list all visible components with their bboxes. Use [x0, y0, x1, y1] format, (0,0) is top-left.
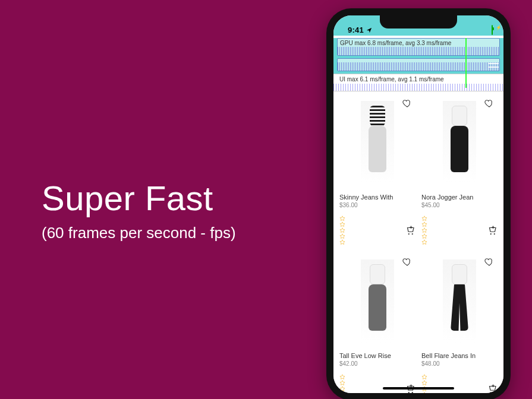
gpu-bars-icon — [338, 47, 499, 55]
status-time: 9:41 — [348, 26, 364, 34]
product-image[interactable] — [421, 254, 498, 349]
star-outline-icon — [339, 233, 345, 239]
heart-outline-icon — [484, 257, 494, 267]
product-price: $45.00 — [421, 202, 498, 208]
svg-point-5 — [412, 392, 413, 393]
ui-frame-stats: UI max 6.1 ms/frame, avg 1.1 ms/frame — [333, 74, 503, 91]
star-outline-icon — [421, 239, 427, 245]
favorite-button[interactable] — [401, 256, 413, 268]
star-outline-icon — [421, 227, 427, 233]
star-outline-icon — [421, 233, 427, 239]
product-card[interactable]: Bell Flare Jeans In$48.00 — [421, 254, 498, 393]
battery-charging-icon: ⚡ — [492, 26, 493, 34]
home-indicator[interactable] — [383, 387, 454, 390]
svg-point-7 — [494, 392, 495, 393]
star-outline-icon — [339, 386, 345, 392]
star-outline-icon — [339, 374, 345, 380]
star-outline-icon — [421, 221, 427, 227]
favorite-button[interactable] — [401, 97, 413, 109]
gpu-secondary-block — [337, 58, 500, 71]
star-outline-icon — [339, 392, 345, 393]
star-outline-icon — [421, 392, 427, 393]
heart-outline-icon — [402, 99, 412, 108]
star-outline-icon — [339, 221, 345, 227]
frame-marker-line — [465, 38, 467, 88]
performance-overlay[interactable]: GPU max 6.8 ms/frame, avg 3.3 ms/frame — [333, 38, 503, 74]
add-to-cart-button[interactable] — [405, 225, 415, 236]
svg-point-6 — [490, 392, 492, 393]
product-grid[interactable]: Skinny Jeans With$36.00Nora Jogger Jean$… — [333, 91, 503, 393]
promo-copy: Super Fast (60 frames per second - fps) — [42, 178, 236, 242]
ui-bars-icon — [333, 84, 503, 91]
rating-stars[interactable] — [339, 374, 345, 393]
product-title: Nora Jogger Jean — [421, 194, 498, 201]
svg-point-2 — [490, 233, 492, 235]
svg-point-4 — [408, 392, 410, 393]
rating-stars[interactable] — [339, 216, 345, 245]
product-price: $42.00 — [339, 360, 415, 367]
overlay-drag-handle[interactable] — [488, 63, 499, 68]
star-outline-icon — [339, 216, 345, 221]
add-to-cart-icon — [487, 225, 498, 236]
product-card[interactable]: Tall Eve Low Rise$42.00 — [339, 254, 415, 393]
favorite-button[interactable] — [483, 97, 495, 109]
product-card[interactable]: Nora Jogger Jean$45.00 — [421, 95, 498, 245]
star-outline-icon — [339, 239, 345, 245]
product-image[interactable] — [421, 95, 498, 190]
star-outline-icon — [421, 374, 427, 380]
location-arrow-icon — [366, 27, 372, 33]
svg-point-3 — [494, 233, 495, 235]
rating-stars[interactable] — [421, 216, 427, 245]
svg-point-0 — [408, 233, 410, 235]
gpu-stats-label: GPU max 6.8 ms/frame, avg 3.3 ms/frame — [338, 39, 499, 48]
heart-outline-icon — [402, 257, 412, 267]
favorite-button[interactable] — [483, 256, 495, 268]
star-outline-icon — [421, 216, 427, 221]
promo-subhead: (60 frames per second - fps) — [42, 224, 236, 242]
add-to-cart-icon — [487, 384, 498, 393]
product-card[interactable]: Skinny Jeans With$36.00 — [339, 95, 415, 245]
rating-stars[interactable] — [421, 374, 427, 393]
star-outline-icon — [339, 380, 345, 386]
product-title: Skinny Jeans With — [339, 194, 415, 201]
product-image[interactable] — [339, 95, 415, 190]
phone-frame: 9:41 ⚡ GPU max 6.8 ms/frame, avg 3.3 ms/… — [326, 8, 511, 399]
phone-screen: 9:41 ⚡ GPU max 6.8 ms/frame, avg 3.3 ms/… — [333, 15, 503, 393]
gpu-bars2-icon — [338, 62, 499, 71]
svg-point-1 — [412, 233, 413, 235]
add-to-cart-button[interactable] — [487, 384, 498, 393]
star-outline-icon — [421, 380, 427, 386]
promo-headline: Super Fast — [42, 178, 236, 218]
add-to-cart-button[interactable] — [487, 225, 498, 236]
star-outline-icon — [339, 227, 345, 233]
product-price: $36.00 — [339, 202, 415, 208]
device-notch — [380, 15, 457, 28]
product-title: Tall Eve Low Rise — [339, 352, 415, 359]
add-to-cart-icon — [405, 225, 415, 236]
heart-outline-icon — [484, 99, 494, 108]
ui-stats-label: UI max 6.1 ms/frame, avg 1.1 ms/frame — [333, 74, 503, 84]
product-price: $48.00 — [421, 360, 498, 367]
product-image[interactable] — [339, 254, 415, 349]
gpu-frame-stats: GPU max 6.8 ms/frame, avg 3.3 ms/frame — [337, 38, 500, 56]
product-title: Bell Flare Jeans In — [421, 352, 498, 359]
